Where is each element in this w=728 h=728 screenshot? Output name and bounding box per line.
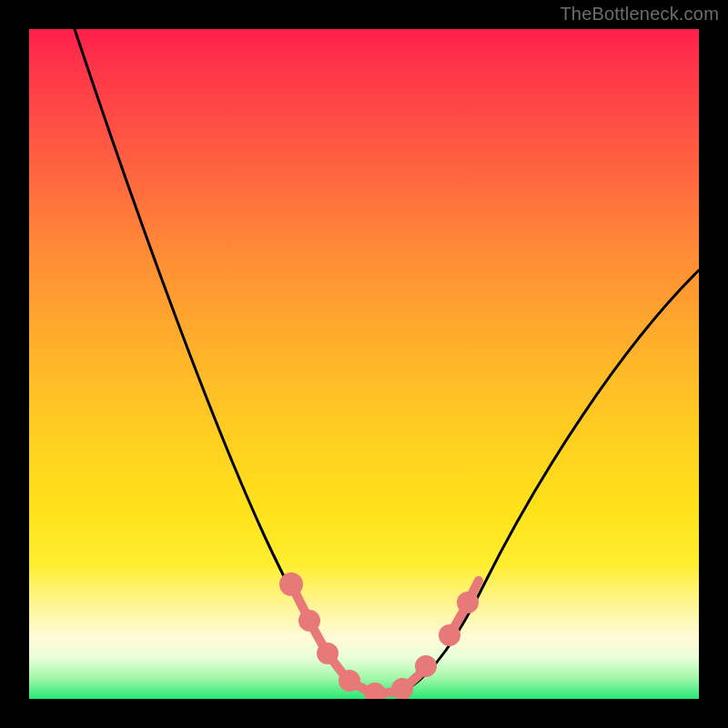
bottleneck-curve xyxy=(29,29,699,699)
curve-path xyxy=(75,29,699,695)
svg-point-6 xyxy=(420,660,432,672)
highlight-markers xyxy=(284,577,479,699)
chart-frame: TheBottleneck.com xyxy=(0,0,728,728)
plot-area xyxy=(29,29,699,699)
watermark-text: TheBottleneck.com xyxy=(560,4,719,25)
